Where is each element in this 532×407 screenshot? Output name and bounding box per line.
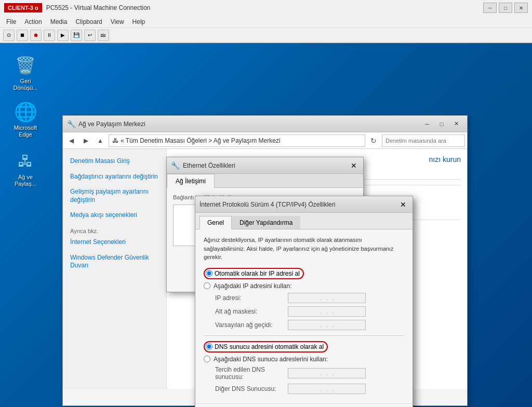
eth-dialog-title-text: Ethernet Özellikleri xyxy=(183,162,349,169)
eth-dialog-title: 🔧 Ethernet Özellikleri ✕ xyxy=(167,157,363,174)
dns-auto-radio[interactable] xyxy=(206,343,212,350)
toolbar-btn-1[interactable]: ⊙ xyxy=(3,30,15,41)
nasc-addressbar: ◀ ▶ ▲ 🖧 « Tüm Denetim Masası Öğeleri > A… xyxy=(63,132,467,149)
eth-dialog-icon: 🔧 xyxy=(171,161,180,170)
desktop: CLIENT-3 o PC5525 - Virtual Machine Conn… xyxy=(0,0,532,407)
also-see-label: Ayrıca bkz. xyxy=(70,228,162,234)
dns-manual-radio-row: Aşağıdaki DNS sunucu adreslerini kullan: xyxy=(204,356,404,363)
nav-forward-button[interactable]: ▶ xyxy=(79,134,92,147)
ipv4-title-bar: İnternet Protokolü Sürüm 4 (TCP/IPv4) Öz… xyxy=(195,196,413,213)
sidebar-item-home[interactable]: Denetim Masası Giriş xyxy=(67,155,162,168)
ip-auto-label: Otomatik olarak bir IP adresi al xyxy=(215,270,300,277)
vm-title-controls: ─ □ ✕ xyxy=(483,3,528,13)
alternate-dns-input[interactable] xyxy=(288,384,366,394)
dns-manual-label: Aşağıdaki DNS sunucu adreslerini kullan: xyxy=(214,356,328,363)
ipv4-properties-dialog: İnternet Protokolü Sürüm 4 (TCP/IPv4) Öz… xyxy=(195,196,413,407)
network-label: Ağ vePaylaş... xyxy=(15,174,36,187)
vm-title-bar: CLIENT-3 o PC5525 - Virtual Machine Conn… xyxy=(0,0,532,16)
menu-action[interactable]: Action xyxy=(20,17,46,26)
nasc-title-bar: 🔧 Ağ ve Paylaşım Merkezi ─ □ ✕ xyxy=(63,116,467,132)
ipv4-close-button[interactable]: ✕ xyxy=(398,199,408,210)
gateway-input[interactable] xyxy=(288,320,366,330)
eth-dialog-close-button[interactable]: ✕ xyxy=(349,160,359,171)
eth-tab-network[interactable]: Ağ İletişimi xyxy=(167,174,215,188)
recycle-bin-icon: 🗑️ xyxy=(15,55,36,76)
vm-restore-button[interactable]: □ xyxy=(499,3,512,13)
preferred-dns-label: Tercih edilen DNS sunucusu: xyxy=(215,366,288,381)
alternate-dns-row: Diğer DNS Sunucusu: xyxy=(215,384,404,394)
nasc-restore-button[interactable]: □ xyxy=(435,119,448,129)
nav-up-button[interactable]: ▲ xyxy=(94,134,107,147)
preferred-dns-row: Tercih edilen DNS sunucusu: xyxy=(215,366,404,381)
vm-minimize-button[interactable]: ─ xyxy=(483,3,497,13)
desktop-area: 🗑️ GeriDönüşü... 🌐 MicrosoftEdge 🖧 Ağ ve… xyxy=(0,43,532,407)
dns-auto-radio-label[interactable]: DNS sunucu adresini otomatik olarak al xyxy=(204,341,328,352)
sidebar-item-sharing[interactable]: Gelişmiş paylaşım ayarlarını değiştirin xyxy=(67,186,162,206)
toolbar-btn-4[interactable]: ⏸ xyxy=(44,30,55,41)
subnet-input[interactable] xyxy=(288,306,366,317)
nasc-sidebar: Denetim Masası Giriş Bağdaştırıcı ayarla… xyxy=(63,149,167,389)
sidebar-item-firewall[interactable]: Windows Defender Güvenlik Duvarı xyxy=(67,252,162,272)
path-text: « Tüm Denetim Masası Öğeleri > Ağ ve Pay… xyxy=(121,137,281,144)
edge-icon: 🌐 xyxy=(15,102,36,123)
menu-help[interactable]: Help xyxy=(128,17,150,26)
toolbar-btn-8[interactable]: 🖮 xyxy=(98,30,109,41)
dns-manual-radio[interactable] xyxy=(204,356,210,362)
gateway-row: Varsayılan ağ geçidi: xyxy=(215,320,404,330)
ipv4-body: Ağınız destekliyorsa, IP ayarlarının oto… xyxy=(195,229,413,403)
vm-title-text: PC5525 - Virtual Machine Connection xyxy=(46,4,483,11)
menu-clipboard[interactable]: Clipboard xyxy=(71,17,106,26)
network-icon: 🖧 xyxy=(15,151,36,172)
ipv4-title-text: İnternet Protokolü Sürüm 4 (TCP/IPv4) Öz… xyxy=(200,201,398,208)
menu-view[interactable]: View xyxy=(107,17,128,26)
divider-1 xyxy=(204,335,404,336)
sidebar-item-adapter[interactable]: Bağdaştırıcı ayarlarını değiştirin xyxy=(67,171,162,183)
icon-recycle-bin[interactable]: 🗑️ GeriDönüşü... xyxy=(7,53,44,93)
refresh-button[interactable]: ↻ xyxy=(367,134,380,147)
ipv4-tabs: Genel Diğer Yapılandırma xyxy=(195,213,413,229)
vm-chrome: CLIENT-3 o PC5525 - Virtual Machine Conn… xyxy=(0,0,532,43)
path-icon: 🖧 xyxy=(112,137,118,144)
menu-file[interactable]: File xyxy=(2,17,20,26)
subnet-label: Alt ağ maskesi: xyxy=(215,308,288,315)
ip-manual-radio-row: Aşağıdaki IP adresini kullan: xyxy=(204,282,404,290)
nasc-minimize-button[interactable]: ─ xyxy=(420,119,434,129)
nasc-window-icon: 🔧 xyxy=(67,120,75,128)
ip-manual-radio[interactable] xyxy=(204,282,210,289)
address-path[interactable]: 🖧 « Tüm Denetim Masası Öğeleri > Ağ ve P… xyxy=(109,134,365,147)
sidebar-item-media[interactable]: Medya akışı seçenekleri xyxy=(67,209,162,222)
toolbar-btn-2[interactable]: ⏹ xyxy=(17,30,28,41)
alternate-dns-label: Diğer DNS Sunucusu: xyxy=(215,385,288,392)
subnet-row: Alt ağ maskesi: xyxy=(215,306,404,317)
sidebar-item-internet[interactable]: İnternet Seçenekleri xyxy=(67,236,162,249)
preferred-dns-input[interactable] xyxy=(288,368,366,378)
vm-close-button[interactable]: ✕ xyxy=(514,3,528,13)
toolbar-btn-7[interactable]: ↩ xyxy=(84,30,96,41)
ip-address-label: IP adresi: xyxy=(215,294,288,302)
ipv4-footer: Çıkarken ayarları doğrula Gelişmiş... xyxy=(195,403,413,408)
eth-dialog-tabs: Ağ İletişimi xyxy=(167,174,363,188)
nasc-close-button[interactable]: ✕ xyxy=(449,119,463,129)
search-input[interactable] xyxy=(382,134,465,147)
dns-auto-label: DNS sunucu adresini otomatik olarak al xyxy=(215,343,324,350)
ip-auto-radio-label[interactable]: Otomatik olarak bir IP adresi al xyxy=(204,268,304,279)
nasc-title-text: Ağ ve Paylaşım Merkezi xyxy=(78,120,420,128)
menu-media[interactable]: Media xyxy=(46,17,72,26)
nav-back-button[interactable]: ◀ xyxy=(65,134,77,147)
ipv4-tab-alternate[interactable]: Diğer Yapılandırma xyxy=(232,216,300,229)
vm-menubar: File Action Media Clipboard View Help xyxy=(0,16,532,28)
edge-label: MicrosoftEdge xyxy=(14,125,37,138)
ip-auto-radio[interactable] xyxy=(206,270,212,277)
icon-network[interactable]: 🖧 Ağ vePaylaş... xyxy=(7,149,44,189)
ip-address-input[interactable] xyxy=(288,293,366,303)
toolbar-btn-3[interactable]: ⏺ xyxy=(30,30,42,41)
gateway-label: Varsayılan ağ geçidi: xyxy=(215,321,288,329)
icon-edge[interactable]: 🌐 MicrosoftEdge xyxy=(7,100,44,140)
toolbar-btn-6[interactable]: 💾 xyxy=(71,30,82,41)
ipv4-tab-general[interactable]: Genel xyxy=(200,216,232,229)
toolbar-btn-5[interactable]: ▶ xyxy=(57,30,69,41)
ip-address-row: IP adresi: xyxy=(215,293,404,303)
dns-auto-radio-row: DNS sunucu adresini otomatik olarak al xyxy=(204,341,404,352)
recycle-bin-label: GeriDönüşü... xyxy=(13,78,37,91)
nasc-window-controls: ─ □ ✕ xyxy=(420,119,463,129)
